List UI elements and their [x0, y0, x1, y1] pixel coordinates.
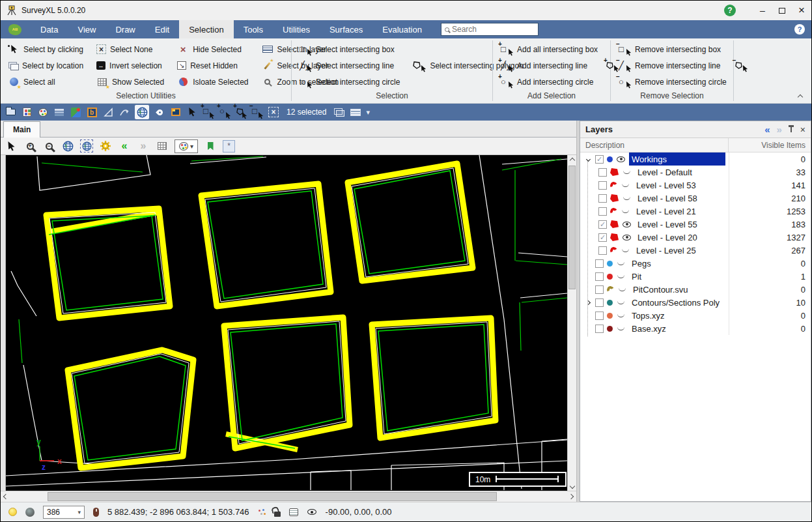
annotation-asterisk-button[interactable]: * [223, 140, 235, 152]
b-logo-icon[interactable]: b [86, 106, 98, 118]
close-button[interactable]: × [792, 1, 811, 20]
select-intersecting-circle-button[interactable]: ○Select intersecting circle [297, 74, 402, 90]
layer-checkbox[interactable] [595, 298, 604, 307]
visibility-eye-icon[interactable] [616, 273, 626, 280]
invert-selection-button[interactable]: ↔Invert selection [94, 57, 166, 74]
world-status-icon[interactable] [25, 508, 35, 517]
tab-draw[interactable]: Draw [105, 20, 145, 38]
map-icon[interactable] [70, 106, 81, 118]
collapse-ribbon-button[interactable] [798, 91, 804, 96]
layer-row-level-58[interactable]: Level - Level 58 210 [580, 192, 811, 205]
horizontal-scrollbar-thumb[interactable] [48, 492, 497, 501]
isolate-selected-button[interactable]: Isloate Selected [175, 74, 250, 90]
scroll-up-arrow[interactable] [568, 155, 576, 165]
horizontal-scrollbar[interactable] [1, 491, 576, 502]
layer-row-level-25[interactable]: Level - Level 25 267 [580, 244, 811, 257]
scale-combobox[interactable]: 386 ▾ [43, 506, 85, 519]
curve-icon[interactable] [119, 106, 130, 118]
report-icon[interactable] [21, 106, 33, 118]
select-by-clicking-button[interactable]: Select by clicking [6, 41, 85, 57]
layer-row-contours-sections[interactable]: Contours/Sections Poly 10 [580, 296, 811, 309]
select-all-button[interactable]: Select all [6, 74, 85, 90]
visibility-eye-icon[interactable] [616, 325, 626, 332]
select-none-icon[interactable]: × [268, 106, 279, 118]
surfaces-stack-icon[interactable] [53, 106, 65, 118]
visibility-eye-icon[interactable] [616, 299, 626, 306]
grid-icon[interactable] [156, 139, 169, 152]
bookmark-flag-icon[interactable] [204, 139, 217, 152]
layer-checkbox[interactable] [595, 259, 604, 268]
panel-back-icon[interactable]: « [764, 124, 770, 135]
search-box[interactable] [441, 23, 539, 36]
layer-checkbox[interactable] [598, 194, 607, 203]
vertical-scrollbar[interactable] [567, 155, 576, 491]
panel-pin-icon[interactable] [791, 126, 792, 132]
zoom-window-globe-icon[interactable] [80, 139, 93, 152]
visibility-eye-icon[interactable] [616, 260, 626, 267]
pointer-tool-icon[interactable] [5, 139, 18, 152]
add-polygon-icon[interactable]: + [235, 106, 247, 118]
layer-row-level-20[interactable]: ✓ Level - Level 20 1327 [580, 231, 811, 244]
visibility-eye-icon[interactable] [622, 234, 632, 241]
panel-forward-icon[interactable]: » [776, 124, 781, 135]
tab-selection[interactable]: Selection [179, 20, 233, 38]
layer-checkbox[interactable] [598, 168, 607, 177]
message-note-icon[interactable] [289, 508, 298, 516]
panel-close-icon[interactable]: × [800, 124, 805, 135]
palette-icon[interactable] [37, 106, 49, 118]
remove-box-icon[interactable]: −□ [251, 106, 263, 118]
triangle-ruler-icon[interactable] [102, 106, 114, 118]
zoom-extents-globe-icon[interactable] [61, 139, 74, 152]
layer-checkbox[interactable] [595, 272, 604, 281]
combobox-caret-icon[interactable]: ▾ [77, 509, 81, 515]
select-intersecting-line-button[interactable]: ╱Select intersecting line [297, 57, 402, 74]
layer-checkbox[interactable]: ✓ [598, 220, 607, 229]
select-arrow-icon[interactable] [186, 106, 198, 118]
placemark-pin-icon[interactable] [154, 106, 165, 118]
visibility-eye-icon[interactable] [617, 286, 627, 293]
scroll-left-arrow[interactable] [1, 491, 11, 502]
layer-checkbox[interactable] [598, 207, 607, 216]
expander-icon[interactable] [584, 298, 592, 306]
toolbar-dropdown-caret[interactable]: ▾ [366, 108, 370, 117]
next-view-icon[interactable]: » [137, 139, 150, 152]
tab-view[interactable]: View [68, 20, 105, 38]
visibility-eye-icon[interactable] [616, 156, 626, 163]
scroll-right-arrow[interactable] [566, 491, 576, 502]
scroll-down-arrow[interactable] [568, 481, 576, 491]
visibility-eye-icon[interactable] [621, 182, 630, 189]
tab-main-view[interactable]: Main [3, 121, 40, 138]
layer-row-level-default[interactable]: Level - Default 33 [580, 166, 811, 179]
layer-row-pitcontour[interactable]: PitContour.svu 0 [580, 283, 811, 296]
layer-checkbox[interactable] [598, 246, 607, 255]
expander-icon[interactable] [584, 155, 592, 163]
select-in-layer-toolbar-icon[interactable] [350, 106, 361, 118]
tab-utilities[interactable]: Utilities [273, 20, 320, 38]
add-intersecting-line-button[interactable]: +╱Add intersecting line [498, 57, 600, 74]
select-by-location-button[interactable]: Select by location [6, 57, 85, 74]
layer-checkbox[interactable]: ✓ [598, 233, 607, 242]
vertical-scrollbar-thumb[interactable] [568, 166, 576, 289]
reset-hidden-button[interactable]: ↘Reset Hidden [175, 57, 250, 74]
select-by-location-toolbar-icon[interactable] [333, 106, 345, 118]
snap-points-icon[interactable] [258, 508, 266, 516]
layer-checkbox[interactable] [598, 181, 607, 190]
remove-intersecting-circle-button[interactable]: −○Remove intersecting circle [616, 74, 729, 90]
layer-checkbox[interactable] [595, 312, 604, 320]
maximize-button[interactable] [772, 1, 792, 20]
remove-intersecting-line-button[interactable]: −╱Remove intersecting line [616, 57, 729, 74]
layer-row-level-53[interactable]: Level - Level 53 141 [580, 179, 811, 192]
world-globe-icon[interactable] [135, 105, 149, 119]
add-intersecting-circle-button[interactable]: +○Add intersecting circle [498, 74, 600, 90]
tab-evaluation[interactable]: Evaluation [372, 20, 432, 38]
hide-selected-button[interactable]: ×Hide Selected [175, 41, 250, 57]
layer-row-pit[interactable]: Pit 1 [580, 270, 811, 283]
lock-open-icon[interactable] [274, 512, 281, 517]
tab-edit[interactable]: Edit [145, 20, 179, 38]
open-folder-icon[interactable] [5, 106, 16, 118]
layer-checkbox[interactable] [595, 325, 604, 333]
visibility-eye-icon[interactable] [622, 221, 632, 228]
tab-data[interactable]: Data [31, 20, 68, 38]
column-visible-items[interactable]: Visible Items [729, 141, 811, 150]
visibility-eye-icon[interactable] [621, 208, 630, 215]
